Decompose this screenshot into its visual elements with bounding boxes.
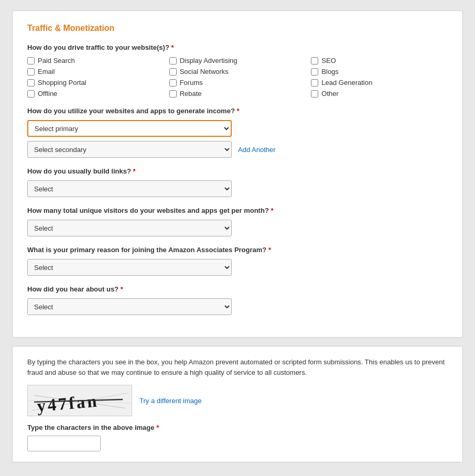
checkbox-offline[interactable]: Offline <box>27 90 164 98</box>
captcha-input-label: Type the characters in the above image * <box>27 424 448 431</box>
reason-section: What is your primary reason for joining … <box>27 246 448 276</box>
heard-section: How did you hear about us? * Select <box>27 285 448 315</box>
captcha-input[interactable] <box>27 436 101 451</box>
traffic-monetization-card: Traffic & Monetization How do you drive … <box>12 10 463 338</box>
checkbox-other[interactable]: Other <box>311 90 448 98</box>
secondary-select[interactable]: Select secondary <box>27 141 232 158</box>
links-question: How do you usually build links? * <box>27 167 448 175</box>
checkbox-forums-input[interactable] <box>169 79 177 86</box>
checkbox-shopping-portal[interactable]: Shopping Portal <box>27 79 164 86</box>
card-title: Traffic & Monetization <box>27 24 448 33</box>
captcha-image: y47fan <box>27 385 132 416</box>
captcha-card: By typing the characters you see in the … <box>12 346 463 462</box>
traffic-question: How do you drive traffic to your website… <box>27 44 448 51</box>
checkbox-blogs[interactable]: Blogs <box>311 68 448 75</box>
checkbox-lead-generation[interactable]: Lead Generation <box>311 79 448 86</box>
checkbox-email[interactable]: Email <box>27 68 164 75</box>
monetization-question: How do you utilize your websites and app… <box>27 107 448 115</box>
checkbox-shopping-portal-input[interactable] <box>27 79 35 86</box>
captcha-svg: y47fan <box>28 385 132 416</box>
navigation-row: Previous Next <box>12 471 463 476</box>
reason-question: What is your primary reason for joining … <box>27 246 448 254</box>
checkbox-forums[interactable]: Forums <box>169 79 306 86</box>
checkbox-rebate-input[interactable] <box>169 90 177 98</box>
primary-select[interactable]: Select primary <box>27 120 232 137</box>
primary-select-wrapper: Select primary <box>27 120 448 137</box>
heard-question: How did you hear about us? * <box>27 285 448 293</box>
checkbox-paid-search-input[interactable] <box>27 57 35 64</box>
captcha-required: * <box>156 424 159 431</box>
monetization-selects: Select primary Select secondary Add Anot… <box>27 120 448 158</box>
monetization-required: * <box>236 107 239 115</box>
checkbox-offline-input[interactable] <box>27 90 35 98</box>
heard-required: * <box>121 285 123 293</box>
checkbox-other-input[interactable] <box>311 90 318 98</box>
secondary-select-row: Select secondary Add Another <box>27 141 448 158</box>
checkbox-rebate[interactable]: Rebate <box>169 90 306 98</box>
traffic-required: * <box>171 44 174 51</box>
visitors-required: * <box>271 207 273 214</box>
checkbox-seo[interactable]: SEO <box>311 57 448 64</box>
traffic-section: How do you drive traffic to your website… <box>27 44 448 98</box>
checkbox-social-networks[interactable]: Social Networks <box>169 68 306 75</box>
reason-required: * <box>268 246 271 254</box>
visitors-question: How many total unique visitors do your w… <box>27 207 448 214</box>
checkbox-blogs-input[interactable] <box>311 68 318 75</box>
captcha-image-container: y47fan Try a different image <box>27 385 448 416</box>
checkbox-display-advertising-input[interactable] <box>169 57 177 64</box>
visitors-section: How many total unique visitors do your w… <box>27 207 448 236</box>
heard-select[interactable]: Select <box>27 298 232 315</box>
add-another-link[interactable]: Add Another <box>238 146 276 154</box>
checkbox-lead-generation-input[interactable] <box>311 79 318 86</box>
visitors-select[interactable]: Select <box>27 220 232 236</box>
traffic-checkboxes: Paid Search Display Advertising SEO Emai… <box>27 57 448 98</box>
reason-select[interactable]: Select <box>27 259 232 276</box>
checkbox-paid-search[interactable]: Paid Search <box>27 57 164 64</box>
checkbox-social-networks-input[interactable] <box>169 68 177 75</box>
checkbox-display-advertising[interactable]: Display Advertising <box>169 57 306 64</box>
monetization-section: How do you utilize your websites and app… <box>27 107 448 158</box>
checkbox-seo-input[interactable] <box>311 57 318 64</box>
links-section: How do you usually build links? * Select <box>27 167 448 197</box>
try-different-link[interactable]: Try a different image <box>139 397 202 405</box>
checkbox-email-input[interactable] <box>27 68 35 75</box>
captcha-description: By typing the characters you see in the … <box>27 357 448 377</box>
links-required: * <box>133 167 136 175</box>
links-select[interactable]: Select <box>27 180 232 197</box>
